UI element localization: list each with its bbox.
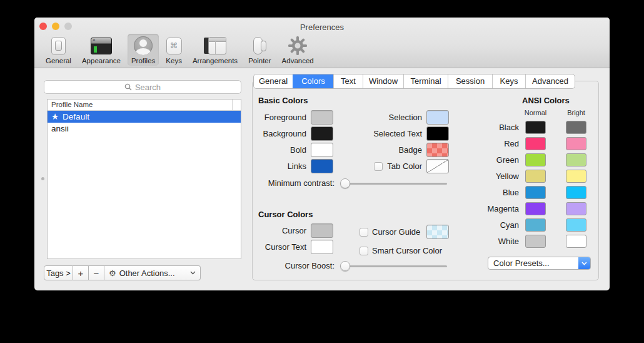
tags-button[interactable]: Tags > (44, 265, 73, 280)
tab-session[interactable]: Session (448, 74, 492, 88)
ansi-colors-heading: ANSI Colors (522, 96, 570, 105)
profile-row-default[interactable]: ★ Default (48, 111, 241, 123)
toolbar-item-label: General (46, 57, 71, 64)
star-icon: ★ (51, 111, 59, 123)
minimum-contrast-slider[interactable] (340, 177, 447, 190)
slider-track[interactable] (340, 183, 447, 185)
toolbar-item-appearance[interactable]: × Appearance (78, 34, 124, 66)
preferences-window: Preferences General × Appearance Profile… (34, 18, 610, 290)
tab-window[interactable]: Window (363, 74, 403, 88)
ansi-magenta-bright-well[interactable] (566, 202, 586, 215)
toolbar-item-keys[interactable]: ⌘ Keys (162, 34, 186, 66)
profile-row-ansii[interactable]: ansii (48, 123, 241, 135)
badge-color-well[interactable] (426, 143, 449, 157)
ansi-blue-normal-well[interactable] (525, 186, 546, 199)
window-appearance-icon: × (91, 38, 112, 54)
selection-color-well[interactable] (426, 110, 449, 125)
profile-list: Profile Name ★ Default ansii (47, 99, 241, 259)
selected-text-label: Selected Text (373, 129, 422, 138)
other-actions-popup[interactable]: ⚙ Other Actions... (104, 265, 201, 280)
ansi-magenta-normal-well[interactable] (525, 202, 546, 215)
toolbar: General × Appearance Profiles ⌘ Keys Arr… (42, 34, 318, 66)
cursor-guide-checkbox[interactable] (360, 228, 368, 237)
ansi-row-yellow: Yellow (475, 170, 586, 183)
person-icon (134, 36, 153, 55)
badge-label: Badge (398, 145, 422, 155)
ansi-row-cyan: Cyan (475, 218, 586, 232)
ansi-row-red: Red (475, 137, 586, 150)
tab-terminal[interactable]: Terminal (403, 74, 448, 88)
ansi-row-black: Black (475, 121, 586, 134)
tab-colors[interactable]: Colors (293, 74, 333, 88)
ansi-cyan-normal-well[interactable] (525, 218, 546, 232)
add-profile-button[interactable]: + (73, 265, 89, 280)
screenshot-stage: Preferences General × Appearance Profile… (0, 0, 644, 343)
cursor-colors-left-column: Cursor Cursor Text (258, 223, 333, 256)
search-placeholder: Search (135, 83, 161, 92)
profile-name: Default (63, 111, 89, 123)
command-key-icon: ⌘ (166, 38, 182, 54)
tab-advanced[interactable]: Advanced (525, 74, 575, 88)
popup-cap[interactable] (578, 257, 590, 269)
smart-cursor-color-checkbox[interactable] (360, 247, 368, 255)
ansi-green-normal-well[interactable] (525, 153, 546, 166)
mouse-icon (253, 37, 266, 55)
ansi-blue-bright-well[interactable] (566, 186, 586, 199)
toolbar-item-profiles[interactable]: Profiles (128, 34, 159, 66)
cursor-colors-heading: Cursor Colors (258, 210, 313, 219)
profile-tabs: General Colors Text Window Terminal Sess… (253, 74, 575, 89)
toolbar-item-advanced[interactable]: Advanced (278, 34, 318, 66)
toolbar-item-general[interactable]: General (42, 34, 75, 66)
slider-knob[interactable] (340, 261, 350, 271)
tab-color-checkbox[interactable] (374, 162, 383, 171)
ansi-green-bright-well[interactable] (566, 153, 586, 166)
ansi-white-bright-well[interactable] (566, 235, 586, 248)
tab-color-well-empty[interactable] (426, 159, 449, 173)
search-input[interactable]: Search (44, 80, 241, 94)
ansi-row-magenta: Magenta (475, 202, 586, 215)
cursor-boost-slider[interactable] (340, 260, 447, 272)
tab-text[interactable]: Text (333, 74, 363, 88)
slider-track[interactable] (340, 265, 447, 267)
ansi-black-bright-well[interactable] (566, 121, 586, 134)
ansi-white-normal-well[interactable] (525, 235, 546, 248)
cursor-guide-color-well[interactable] (426, 225, 449, 239)
remove-profile-button[interactable]: − (89, 265, 104, 280)
ansi-cyan-bright-well[interactable] (566, 218, 586, 232)
ansi-bright-header: Bright (563, 109, 589, 116)
ansi-yellow-normal-well[interactable] (525, 170, 546, 183)
ansi-normal-header: Normal (523, 109, 548, 116)
basic-colors-right-column: Selection Selected Text Badge Tab Color (301, 110, 449, 175)
window-titlebar: Preferences General × Appearance Profile… (34, 18, 610, 68)
ansi-red-normal-well[interactable] (525, 137, 546, 150)
tab-general[interactable]: General (254, 74, 293, 88)
toolbar-item-label: Arrangements (193, 57, 238, 64)
tab-keys[interactable]: Keys (492, 74, 525, 88)
toolbar-item-arrangements[interactable]: Arrangements (189, 34, 241, 66)
ansi-red-bright-well[interactable] (566, 137, 586, 150)
toolbar-item-pointer[interactable]: Pointer (244, 34, 274, 66)
slider-knob[interactable] (340, 178, 350, 188)
light-switch-icon (51, 37, 66, 55)
color-presets-popup[interactable]: Color Presets... (488, 257, 591, 270)
cursor-color-well[interactable] (311, 223, 333, 238)
selection-label: Selection (389, 113, 422, 122)
profile-list-header: Profile Name (48, 100, 241, 111)
basic-colors-heading: Basic Colors (258, 96, 308, 105)
color-presets-label: Color Presets... (488, 259, 578, 268)
tab-color-label: Tab Color (387, 161, 422, 171)
cursor-text-label: Cursor Text (265, 242, 306, 252)
toolbar-item-label: Advanced (282, 57, 314, 64)
selected-text-color-well[interactable] (426, 126, 449, 141)
splitter-handle-dot[interactable] (41, 177, 44, 180)
smart-cursor-color-label: Smart Cursor Color (372, 246, 442, 255)
cursor-boost-label: Cursor Boost: (258, 259, 335, 273)
ansi-yellow-bright-well[interactable] (566, 170, 586, 183)
cursor-text-color-well[interactable] (311, 240, 333, 254)
profile-name: ansii (51, 123, 69, 135)
toolbar-item-label: Keys (166, 57, 182, 64)
other-actions-label: Other Actions... (119, 269, 175, 278)
ansi-black-normal-well[interactable] (525, 121, 546, 134)
cursor-label: Cursor (282, 226, 306, 235)
toolbar-item-label: Profiles (131, 57, 155, 64)
